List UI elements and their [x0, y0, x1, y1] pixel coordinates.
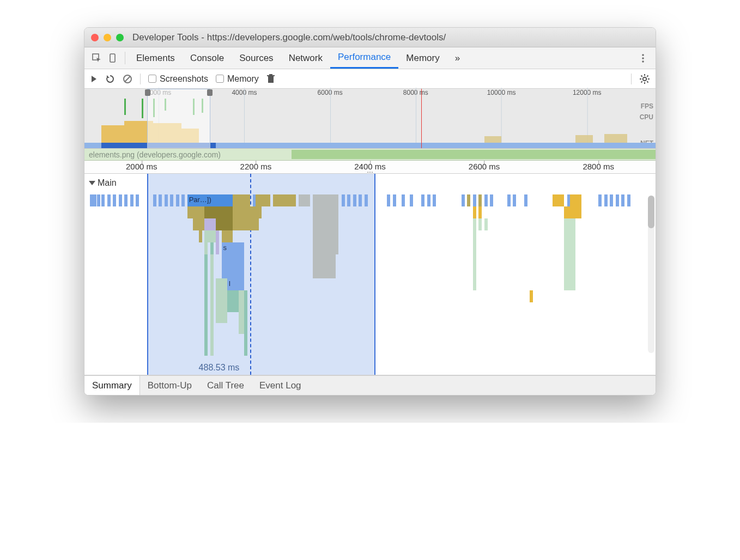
ruler-tick: 2800 ms — [583, 162, 614, 171]
overview-tick: 6000 ms — [318, 89, 343, 96]
panel-tabbar: Elements Console Sources Network Perform… — [84, 47, 656, 69]
overview-tick: 8000 ms — [403, 89, 428, 96]
overview-selection[interactable] — [147, 89, 210, 148]
tab-call-tree[interactable]: Call Tree — [199, 376, 252, 395]
svg-point-4 — [642, 60, 644, 63]
tab-console-label: Console — [190, 53, 224, 64]
screenshots-label: Screenshots — [160, 74, 208, 84]
network-request-strip[interactable]: elements.png (developers.google.com) — [84, 149, 656, 161]
tab-network[interactable]: Network — [281, 47, 330, 69]
svg-rect-9 — [269, 74, 272, 75]
flame-block-s[interactable]: s — [222, 242, 245, 254]
tab-console[interactable]: Console — [183, 47, 232, 69]
svg-rect-1 — [110, 54, 115, 62]
memory-label: Memory — [227, 74, 259, 84]
svg-line-16 — [647, 81, 648, 82]
flame-scrollthumb[interactable] — [648, 196, 654, 228]
selection-duration-text: 488.53 ms — [199, 363, 240, 373]
svg-rect-8 — [267, 75, 275, 76]
svg-line-17 — [641, 81, 642, 82]
record-button[interactable] — [90, 75, 98, 83]
main-thread-label[interactable]: Main — [89, 178, 117, 188]
settings-gear-icon[interactable] — [639, 74, 650, 84]
overview-tick: 12000 ms — [573, 89, 602, 96]
tabs-overflow[interactable]: » — [447, 47, 468, 69]
traffic-lights — [91, 34, 124, 41]
overview-timeline[interactable]: 2000 ms 4000 ms 6000 ms 8000 ms 10000 ms… — [84, 89, 656, 149]
garbage-collect-icon[interactable] — [266, 74, 275, 84]
maximize-window-button[interactable] — [116, 34, 124, 41]
flame-scrollbar[interactable] — [648, 196, 654, 353]
tab-sources[interactable]: Sources — [232, 47, 281, 69]
network-request-label: elements.png (developers.google.com) — [89, 150, 221, 159]
tabs-overflow-label: » — [455, 53, 460, 64]
network-request-bar — [292, 150, 656, 159]
minimize-window-button[interactable] — [104, 34, 111, 41]
tab-memory[interactable]: Memory — [398, 47, 447, 69]
overview-load-marker — [421, 89, 422, 148]
tab-network-label: Network — [289, 53, 323, 64]
tab-summary[interactable]: Summary — [84, 376, 140, 395]
collapse-triangle-icon — [89, 181, 95, 185]
ruler-tick: 2000 ms — [126, 162, 157, 171]
flame-block-parse[interactable]: Par…]) — [187, 194, 233, 206]
ruler-collapse-icon[interactable]: ... — [367, 166, 373, 174]
tab-sources-label: Sources — [239, 53, 273, 64]
tab-bottom-up[interactable]: Bottom-Up — [140, 376, 199, 395]
ruler-tick: 2200 ms — [240, 162, 272, 171]
tab-event-log[interactable]: Event Log — [252, 376, 309, 395]
window-title: Developer Tools - https://developers.goo… — [132, 32, 446, 43]
svg-rect-7 — [268, 76, 274, 83]
details-tabbar: Summary Bottom-Up Call Tree Event Log — [84, 375, 656, 395]
screenshots-checkbox[interactable]: Screenshots — [148, 74, 208, 84]
overview-tick: 10000 ms — [487, 89, 516, 96]
svg-line-18 — [647, 75, 648, 76]
memory-checkbox[interactable]: Memory — [216, 74, 259, 84]
overview-tick: 4000 ms — [232, 89, 257, 96]
tab-performance[interactable]: Performance — [330, 47, 398, 69]
inspect-element-icon[interactable] — [89, 47, 105, 69]
svg-line-6 — [125, 76, 130, 82]
svg-point-3 — [642, 57, 644, 59]
tab-performance-label: Performance — [338, 52, 391, 63]
svg-line-15 — [641, 75, 642, 76]
svg-point-2 — [642, 54, 644, 56]
detail-ruler[interactable]: 2000 ms 2200 ms 2400 ms 2600 ms 2800 ms … — [84, 161, 656, 174]
device-toolbar-icon[interactable] — [105, 47, 122, 69]
flame-chart[interactable]: Main Par…]) — [84, 174, 656, 375]
tab-elements-label: Elements — [136, 53, 175, 64]
clear-button[interactable] — [123, 74, 132, 84]
performance-toolbar: Screenshots Memory — [84, 69, 656, 89]
devtools-window: Developer Tools - https://developers.goo… — [84, 27, 656, 395]
titlebar: Developer Tools - https://developers.goo… — [84, 28, 656, 47]
kebab-menu-icon[interactable] — [635, 47, 651, 69]
tab-elements[interactable]: Elements — [129, 47, 183, 69]
ruler-tick: 2600 ms — [469, 162, 500, 171]
svg-point-10 — [643, 77, 647, 81]
flame-block-l[interactable]: l — [227, 278, 244, 290]
close-window-button[interactable] — [91, 34, 99, 41]
reload-button[interactable] — [105, 74, 115, 84]
tab-memory-label: Memory — [406, 53, 439, 64]
